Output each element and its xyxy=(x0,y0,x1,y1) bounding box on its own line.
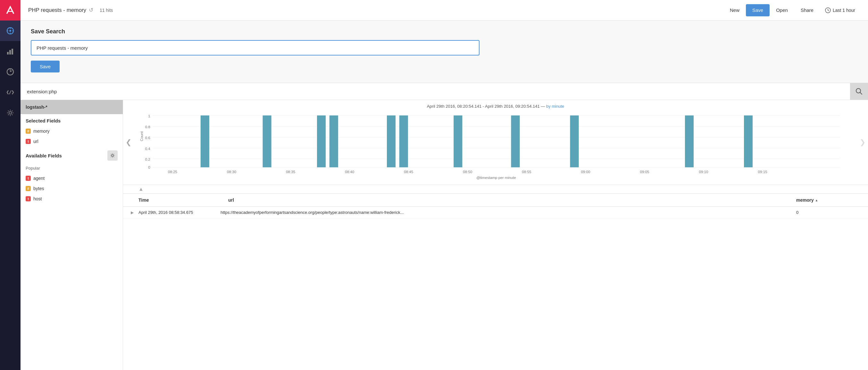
bar-08-55 xyxy=(511,116,520,167)
field-item-host[interactable]: t host xyxy=(21,194,123,204)
table-header-row: Time url memory ▲ xyxy=(123,194,868,207)
page-title: PHP requests - memory xyxy=(28,7,86,13)
bar-08-40b xyxy=(330,116,338,167)
hits-count: 11 hits xyxy=(100,8,113,13)
svg-text:0.4: 0.4 xyxy=(145,147,151,151)
row-expand-button[interactable]: ▶ xyxy=(131,210,138,215)
svg-text:0.6: 0.6 xyxy=(145,135,150,140)
time-label: Last 1 hour xyxy=(833,8,855,13)
save-search-panel: Save Search Save xyxy=(21,21,868,83)
index-pattern-label[interactable]: logstash-* xyxy=(21,100,123,114)
field-type-str-2: t xyxy=(26,176,31,181)
svg-text:0.8: 0.8 xyxy=(145,125,150,129)
gear-icon xyxy=(110,153,115,158)
field-type-str-3: t xyxy=(26,196,31,202)
col-header-time: Time xyxy=(138,197,228,203)
field-type-num: # xyxy=(26,129,31,134)
svg-line-14 xyxy=(860,92,862,94)
by-minute-link[interactable]: by minute xyxy=(546,104,564,109)
refresh-icon[interactable]: ↺ xyxy=(89,7,93,13)
search-input[interactable] xyxy=(21,83,850,100)
app-logo[interactable] xyxy=(0,0,21,21)
open-button[interactable]: Open xyxy=(770,4,794,17)
field-name-url: url xyxy=(33,139,38,144)
main-content: PHP requests - memory ↺ 11 hits New Save… xyxy=(21,0,868,370)
sort-icon: ▲ xyxy=(815,198,818,202)
collapse-chart-button[interactable]: ▲ xyxy=(138,186,144,192)
cell-url: https://theacademyofperformingartsandsci… xyxy=(220,210,796,215)
col-header-url[interactable]: url xyxy=(228,197,796,203)
field-item-agent[interactable]: t agent xyxy=(21,173,123,183)
svg-text:08:50: 08:50 xyxy=(463,169,472,174)
chart-separator: — xyxy=(541,104,546,109)
svg-text:0.2: 0.2 xyxy=(145,157,150,161)
cell-time: April 29th, 2016 08:58:34.675 xyxy=(138,210,220,215)
svg-text:08:40: 08:40 xyxy=(345,169,354,174)
topbar: PHP requests - memory ↺ 11 hits New Save… xyxy=(21,0,868,21)
field-name-agent: agent xyxy=(33,176,44,181)
bar-09-00 xyxy=(570,116,579,167)
col-header-memory: memory ▲ xyxy=(796,197,860,203)
svg-text:08:55: 08:55 xyxy=(522,169,531,174)
bar-09-15 xyxy=(744,116,753,167)
save-button[interactable]: Save xyxy=(746,4,770,17)
chart-date-range: April 29th 2016, 08:20:54.141 - April 29… xyxy=(138,104,852,109)
time-picker[interactable]: Last 1 hour xyxy=(820,7,860,13)
bar-08-45b xyxy=(399,116,408,167)
bar-08-45a xyxy=(387,116,396,167)
svg-text:09:00: 09:00 xyxy=(581,169,590,174)
clock-icon xyxy=(825,7,831,13)
chart-next-button[interactable]: ❯ xyxy=(860,138,865,147)
available-fields-settings-button[interactable] xyxy=(107,150,118,161)
svg-text:Count: Count xyxy=(140,131,144,142)
svg-text:1: 1 xyxy=(148,114,150,118)
bar-08-35 xyxy=(262,116,271,167)
search-go-button[interactable] xyxy=(850,83,868,100)
field-type-str: t xyxy=(26,139,31,144)
bar-08-30 xyxy=(200,116,209,167)
svg-text:09:10: 09:10 xyxy=(699,169,708,174)
memory-col-label: memory xyxy=(796,197,813,203)
new-button[interactable]: New xyxy=(723,4,746,17)
field-item-memory[interactable]: # memory xyxy=(21,126,123,136)
save-confirm-button[interactable]: Save xyxy=(31,61,60,72)
svg-point-15 xyxy=(112,155,114,156)
svg-rect-6 xyxy=(7,52,9,55)
app-sidebar xyxy=(0,0,21,370)
svg-line-10 xyxy=(9,90,11,94)
chart-collapse-area: ▲ xyxy=(123,185,868,194)
content-area: logstash-* Selected Fields # memory t ur… xyxy=(21,100,868,370)
field-type-num-2: # xyxy=(26,186,31,191)
bar-08-40a xyxy=(317,116,326,167)
sidebar-item-discover[interactable] xyxy=(0,21,21,41)
sidebar-item-dev-tools[interactable] xyxy=(0,82,21,102)
svg-text:09:05: 09:05 xyxy=(640,169,649,174)
field-name-bytes: bytes xyxy=(33,186,44,191)
chart-and-results: ❮ April 29th 2016, 08:20:54.141 - April … xyxy=(123,100,868,370)
chart-prev-button[interactable]: ❮ xyxy=(126,138,131,147)
svg-rect-8 xyxy=(11,49,13,55)
sidebar-item-settings[interactable] xyxy=(0,102,21,123)
bar-09-10 xyxy=(685,116,694,167)
svg-point-11 xyxy=(9,112,11,114)
selected-fields-label: Selected Fields xyxy=(21,114,123,126)
svg-text:@timestamp per minute: @timestamp per minute xyxy=(476,175,516,180)
svg-text:08:25: 08:25 xyxy=(168,169,177,174)
save-search-input[interactable] xyxy=(31,40,479,56)
svg-text:08:35: 08:35 xyxy=(286,169,295,174)
popular-fields-label: Popular xyxy=(21,163,123,173)
topbar-actions: New Save Open Share Last 1 hour xyxy=(723,4,860,17)
field-name-host: host xyxy=(33,196,42,202)
sidebar-item-visualize[interactable] xyxy=(0,41,21,62)
svg-text:08:30: 08:30 xyxy=(227,169,236,174)
share-button[interactable]: Share xyxy=(794,4,820,17)
field-item-url[interactable]: t url xyxy=(21,136,123,147)
field-name-memory: memory xyxy=(33,129,50,134)
field-item-bytes[interactable]: # bytes xyxy=(21,183,123,194)
svg-text:08:45: 08:45 xyxy=(404,169,413,174)
save-panel-heading: Save Search xyxy=(31,28,858,35)
search-bar xyxy=(21,83,868,100)
table-row: ▶ April 29th, 2016 08:58:34.675 https://… xyxy=(123,207,868,218)
available-fields-header: Available Fields xyxy=(21,147,123,163)
sidebar-item-dashboard[interactable] xyxy=(0,62,21,82)
